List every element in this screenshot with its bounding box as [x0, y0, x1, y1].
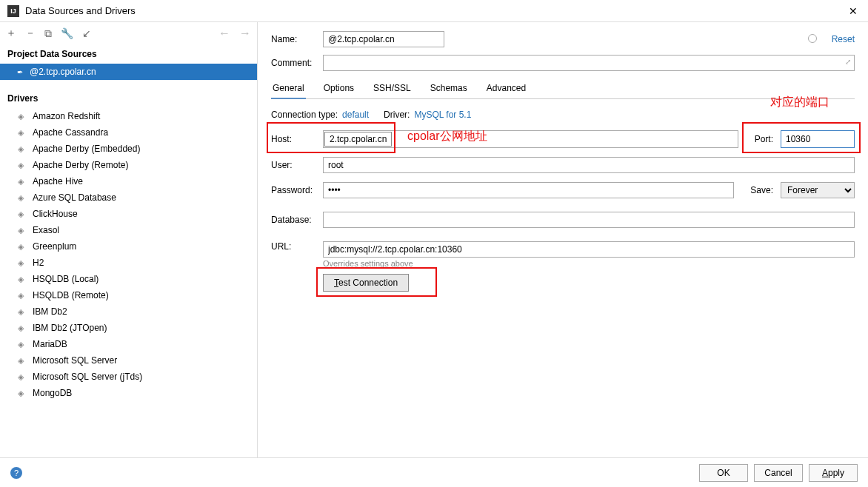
driver-label: HSQLDB (Local) — [33, 274, 99, 284]
driver-item[interactable]: ◈Apache Derby (Remote) — [0, 157, 257, 173]
tab-advanced[interactable]: Advanced — [485, 78, 527, 98]
tab-options[interactable]: Options — [322, 78, 355, 98]
driver-icon: ◈ — [15, 111, 27, 121]
tab-schemas[interactable]: Schemas — [429, 78, 469, 98]
driver-icon: ◈ — [15, 160, 27, 170]
data-source-item-selected[interactable]: ✒ @2.tcp.cpolar.cn — [0, 64, 257, 80]
driver-item[interactable]: ◈H2 — [0, 255, 257, 271]
driver-label: Apache Derby (Embedded) — [33, 144, 140, 154]
driver-icon: ◈ — [15, 355, 27, 366]
driver-icon: ◈ — [15, 274, 27, 284]
help-icon[interactable]: ? — [10, 467, 22, 479]
name-label: Name: — [271, 34, 323, 44]
driver-link[interactable]: MySQL for 5.1 — [414, 110, 471, 120]
driver-icon: ◈ — [15, 209, 27, 219]
driver-label: Microsoft SQL Server — [33, 355, 117, 366]
user-input[interactable] — [323, 157, 855, 173]
driver-item[interactable]: ◈Azure SQL Database — [0, 189, 257, 206]
driver-icon: ◈ — [15, 388, 27, 398]
url-label: URL: — [271, 241, 316, 252]
driver-icon: ◈ — [15, 372, 27, 382]
driver-icon: ◈ — [15, 339, 27, 349]
reset-link[interactable]: Reset — [832, 34, 855, 44]
sidebar-toolbar: ＋ － ⧉ 🔧 ↙ ← → — [0, 22, 257, 44]
port-annotation-box — [742, 122, 861, 153]
driver-item[interactable]: ◈ClickHouse — [0, 206, 257, 222]
comment-input[interactable]: ⤢ — [323, 55, 855, 71]
driver-label: Microsoft SQL Server (jTds) — [33, 372, 142, 382]
add-icon[interactable]: ＋ — [6, 27, 16, 40]
driver-icon: ◈ — [15, 127, 27, 138]
save-select[interactable]: Forever — [781, 182, 855, 198]
driver-label: MariaDB — [33, 339, 67, 349]
driver-item[interactable]: ◈Greenplum — [0, 238, 257, 255]
footer: ? OK Cancel Apply — [0, 457, 868, 487]
driver-label: MongoDB — [33, 388, 72, 398]
revert-icon[interactable]: ↙ — [82, 27, 91, 39]
url-input[interactable] — [323, 241, 855, 258]
tab-bar: GeneralOptionsSSH/SSLSchemasAdvanced — [271, 78, 855, 99]
driver-item[interactable]: ◈Apache Derby (Embedded) — [0, 141, 257, 157]
remove-icon[interactable]: － — [25, 27, 36, 40]
app-icon: IJ — [7, 5, 19, 17]
driver-label: Azure SQL Database — [33, 192, 116, 203]
conn-type-link[interactable]: default — [342, 110, 369, 120]
driver-item[interactable]: ◈IBM Db2 — [0, 303, 257, 320]
driver-item[interactable]: ◈MongoDB — [0, 385, 257, 401]
driver-label: Exasol — [33, 225, 59, 235]
drivers-header: Drivers — [0, 89, 257, 108]
wrench-icon[interactable]: 🔧 — [61, 27, 73, 39]
apply-button[interactable]: Apply — [809, 464, 858, 482]
back-icon[interactable]: ← — [218, 27, 230, 40]
forward-icon[interactable]: → — [239, 27, 251, 40]
datasource-feather-icon: ✒ — [15, 67, 25, 77]
tab-sshssl[interactable]: SSH/SSL — [372, 78, 413, 98]
close-icon[interactable]: ✕ — [846, 5, 861, 17]
driver-label: Driver: — [384, 110, 410, 120]
user-label: User: — [271, 160, 316, 170]
driver-item[interactable]: ◈HSQLDB (Local) — [0, 271, 257, 287]
driver-icon: ◈ — [15, 192, 27, 203]
tab-general[interactable]: General — [271, 78, 306, 99]
driver-item[interactable]: ◈Microsoft SQL Server — [0, 352, 257, 369]
driver-icon: ◈ — [15, 258, 27, 268]
driver-item[interactable]: ◈IBM Db2 (JTOpen) — [0, 320, 257, 336]
copy-icon[interactable]: ⧉ — [44, 27, 52, 40]
driver-icon: ◈ — [15, 144, 27, 154]
cancel-button[interactable]: Cancel — [754, 464, 803, 482]
driver-item[interactable]: ◈Amazon Redshift — [0, 108, 257, 124]
driver-item[interactable]: ◈Microsoft SQL Server (jTds) — [0, 369, 257, 385]
driver-icon: ◈ — [15, 323, 27, 333]
titlebar: IJ Data Sources and Drivers ✕ — [0, 0, 868, 22]
driver-label: H2 — [33, 258, 44, 268]
detail-panel: Name: Reset Comment: ⤢ GeneralOptionsSSH… — [258, 22, 868, 457]
driver-icon: ◈ — [15, 290, 27, 300]
driver-item[interactable]: ◈HSQLDB (Remote) — [0, 287, 257, 303]
driver-item[interactable]: ◈MariaDB — [0, 336, 257, 352]
sidebar: ＋ － ⧉ 🔧 ↙ ← → Project Data Sources ✒ @2.… — [0, 22, 258, 457]
name-input[interactable] — [323, 31, 444, 47]
driver-label: Greenplum — [33, 241, 76, 252]
comment-label: Comment: — [271, 58, 323, 68]
database-input[interactable] — [323, 212, 855, 228]
driver-label: IBM Db2 — [33, 306, 67, 317]
color-circle-icon[interactable] — [808, 34, 817, 43]
driver-icon: ◈ — [15, 225, 27, 235]
driver-icon: ◈ — [15, 306, 27, 317]
driver-item[interactable]: ◈Apache Hive — [0, 173, 257, 189]
driver-item[interactable]: ◈Exasol — [0, 222, 257, 238]
save-label: Save: — [750, 185, 773, 195]
ok-button[interactable]: OK — [699, 464, 748, 482]
host-annotation-text: cpolar公网地址 — [407, 129, 487, 144]
expand-icon[interactable]: ⤢ — [845, 58, 851, 66]
driver-item[interactable]: ◈Apache Cassandra — [0, 124, 257, 141]
driver-label: Amazon Redshift — [33, 111, 100, 121]
password-input[interactable] — [323, 182, 734, 198]
driver-label: Apache Derby (Remote) — [33, 160, 128, 170]
driver-icon: ◈ — [15, 241, 27, 252]
driver-label: Apache Hive — [33, 176, 83, 187]
driver-label: HSQLDB (Remote) — [33, 290, 109, 300]
conn-type-label: Connection type: — [271, 110, 338, 120]
datasource-label: @2.tcp.cpolar.cn — [30, 67, 96, 77]
window-title: Data Sources and Drivers — [25, 5, 846, 16]
